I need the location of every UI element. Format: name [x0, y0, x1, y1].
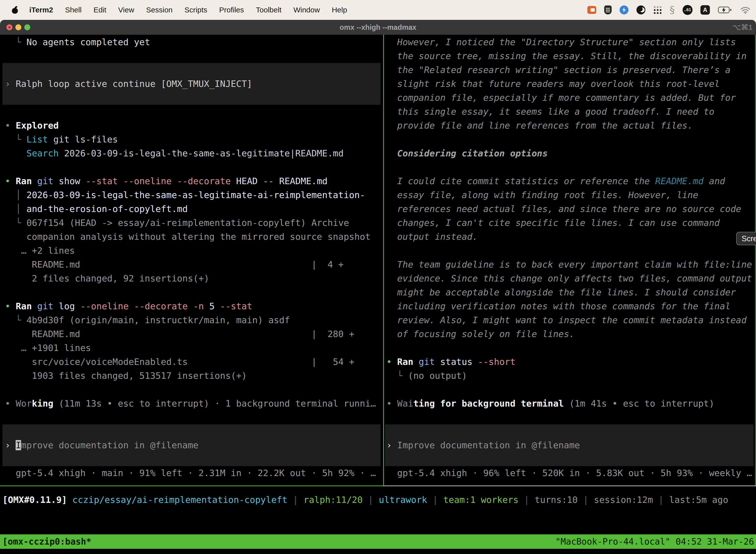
- screen-record-icon[interactable]: [587, 6, 596, 14]
- text-segment: |: [578, 495, 594, 505]
- menu-item-session[interactable]: Session: [140, 6, 179, 14]
- text-segment: |: [363, 495, 379, 505]
- text-segment: provide file and line references from th…: [386, 120, 693, 130]
- reasoning-line: slight risk that future readers may over…: [386, 77, 720, 91]
- text-segment: I could cite commit statistics or refere…: [386, 176, 655, 186]
- text-segment: ›: [5, 79, 16, 89]
- text-segment: Ran: [397, 357, 413, 367]
- text-segment: essay file, along with finding root file…: [386, 190, 698, 200]
- text-segment: [80, 329, 311, 339]
- reasoning-line: evidence. Since this change only affects…: [386, 272, 752, 285]
- waiting-status-line: • Waiting for background terminal (1m 41…: [386, 397, 714, 410]
- tmux-host-time: "MacBook-Pro-44.local" 04:52 31-Mar-26: [555, 535, 754, 549]
- menu-item-shell[interactable]: Shell: [59, 6, 87, 14]
- dots-grid-icon[interactable]: [653, 6, 662, 14]
- text-segment: [274, 176, 279, 186]
- text-segment: README.md: [279, 176, 327, 186]
- text-segment: ›: [386, 440, 397, 450]
- text-segment: │: [5, 190, 26, 200]
- apple-menu-icon[interactable]: [12, 6, 18, 14]
- text-segment: output instead.: [386, 232, 478, 242]
- tmux-status-bar: [omx-cczip0:bash* "MacBook-Pro-44.local"…: [0, 535, 756, 549]
- menu-item-scripts[interactable]: Scripts: [179, 6, 213, 14]
- battery-charging-icon[interactable]: [718, 6, 732, 14]
- text-segment: README.md: [5, 259, 80, 270]
- reasoning-line: the source tree, missing the essay. Stil…: [386, 49, 747, 63]
- screen-share-tooltip-label: Scre: [742, 234, 756, 243]
- menu-item-edit[interactable]: Edit: [87, 6, 112, 14]
- text-segment: git: [37, 301, 53, 311]
- text-segment: gpt-5.4 xhigh · 96% left · 520K in · 5.8…: [386, 468, 752, 478]
- text-segment: the source tree, missing the essay. Stil…: [386, 51, 747, 61]
- menu-item-profiles[interactable]: Profiles: [213, 6, 250, 14]
- text-segment: └: [5, 37, 26, 47]
- text-segment: •: [5, 398, 16, 408]
- menu-item-toolbelt[interactable]: Toolbelt: [250, 6, 288, 14]
- text-segment: HEAD: [236, 176, 263, 186]
- text-segment: •: [5, 120, 16, 130]
- text-segment: •: [5, 176, 16, 186]
- text-segment: (1m 41s • esc to interrupt): [564, 398, 714, 408]
- text-segment: … +1901 lines: [5, 343, 91, 353]
- badge-61-icon[interactable]: ..61: [683, 5, 693, 15]
- pane-divider[interactable]: [383, 35, 384, 486]
- truncation-line-1: … +2 lines: [5, 244, 75, 258]
- text-segment: turns:10: [535, 495, 578, 505]
- text-segment: | 280 +: [311, 329, 354, 339]
- text-segment: [5, 148, 26, 158]
- prompt-line[interactable]: › Improve documentation in @filename: [386, 438, 580, 452]
- text-segment: List: [26, 134, 48, 145]
- text-segment: king: [32, 398, 53, 408]
- reasoning-line: However, I noticed the "Directory Struct…: [386, 35, 736, 49]
- reasoning-line: output instead.: [386, 230, 478, 244]
- text-segment: •: [386, 357, 397, 367]
- explored-list-line: └ List git ls-files: [5, 132, 118, 147]
- text-segment: Search: [26, 148, 59, 158]
- text-segment: team:1 workers: [443, 495, 518, 505]
- wifi-icon[interactable]: [740, 6, 751, 14]
- text-segment: --stat: [220, 301, 252, 311]
- reasoning-line: companion file, especially if more comme…: [386, 91, 736, 105]
- reasoning-line: essay file, along with finding root file…: [386, 188, 698, 202]
- text-segment: README.md: [655, 176, 704, 186]
- text-segment: └: [5, 134, 26, 145]
- text-segment: evidence. Since this change only affects…: [386, 273, 752, 283]
- input-source-a-icon[interactable]: A: [700, 5, 710, 15]
- text-segment: --oneline --decorate: [80, 301, 193, 311]
- text-segment: No agents completed yet: [26, 37, 150, 47]
- menu-item-help[interactable]: Help: [326, 6, 353, 14]
- reasoning-line: of focusing solely on file lines.: [386, 327, 575, 341]
- badge-61-label: ..61: [684, 7, 691, 12]
- text-segment: -n: [193, 301, 209, 311]
- prompt-line[interactable]: › Improve documentation in @filename: [5, 438, 198, 452]
- text-segment: this single essay, it seems like a good …: [386, 107, 714, 117]
- apple-logo-body: [12, 8, 18, 14]
- text-segment: |: [427, 495, 443, 505]
- commit-msg-line-2: │ and-the-erosion-of-copyleft.md: [5, 202, 188, 216]
- reasoning-line: the "Related research writing" section i…: [386, 63, 731, 77]
- right-pane-bottom-border: [384, 486, 756, 486]
- menu-item-window[interactable]: Window: [288, 6, 326, 14]
- shield-icon[interactable]: [604, 5, 612, 14]
- text-segment: last:5m ago: [669, 495, 728, 505]
- stat-summary-line-1: 2 files changed, 92 insertions(+): [5, 272, 209, 285]
- window-shortcut-hint: ⌥⌘1: [733, 20, 753, 35]
- moon-circle-icon[interactable]: [636, 5, 645, 14]
- text-segment: mprove documentation in @filename: [21, 440, 198, 450]
- sync-zigzag: [622, 7, 626, 12]
- dots-grid-dots: [654, 6, 655, 8]
- text-segment: (no output): [408, 371, 467, 381]
- screen-record-inner: [590, 8, 595, 12]
- model-status-line: gpt-5.4 xhigh · 96% left · 520K in · 5.8…: [386, 466, 752, 480]
- commit-hash-line: └ 067f154 (HEAD -> essay/ai-reimplementa…: [5, 216, 349, 230]
- window-title: omx --xhigh --madmax: [0, 20, 756, 35]
- menu-item-view[interactable]: View: [112, 6, 140, 14]
- text-segment: --: [263, 176, 273, 186]
- sync-badge-icon[interactable]: [620, 5, 629, 14]
- menu-item-iterm2[interactable]: iTerm2: [29, 6, 59, 14]
- reasoning-line: review. Also, I might want to inspect th…: [386, 313, 747, 327]
- reasoning-line: might be acceptable alongside the file l…: [386, 285, 736, 299]
- text-segment: [413, 357, 419, 367]
- text-segment: |: [653, 495, 669, 505]
- hook-icon[interactable]: §: [670, 5, 675, 14]
